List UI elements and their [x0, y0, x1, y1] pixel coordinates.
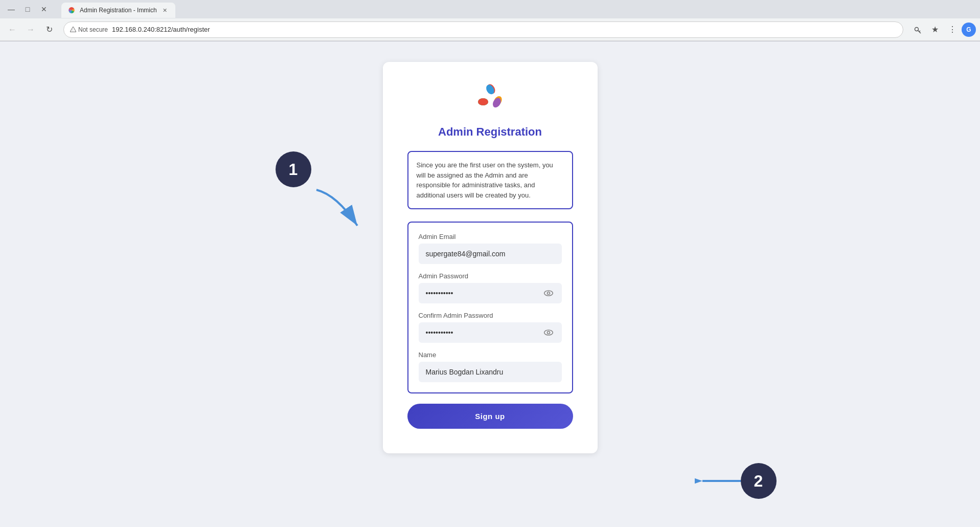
- reload-button[interactable]: ↻: [41, 21, 57, 38]
- confirm-password-label: Confirm Admin Password: [419, 312, 562, 319]
- address-bar[interactable]: ! Not secure 192.168.0.240:8212/auth/reg…: [63, 21, 903, 38]
- logo-container: [475, 82, 506, 115]
- toggle-password-visibility[interactable]: [541, 286, 556, 300]
- svg-line-4: [919, 31, 920, 32]
- tab-favicon: [67, 6, 76, 14]
- toggle-confirm-password-visibility[interactable]: [541, 325, 556, 340]
- close-button[interactable]: ✕: [37, 2, 51, 16]
- active-tab[interactable]: Admin Registration - Immich ✕: [61, 3, 175, 18]
- svg-point-15: [547, 332, 550, 334]
- restore-button[interactable]: □: [20, 2, 35, 16]
- name-field-group: Name: [419, 351, 562, 382]
- window-controls: — □ ✕: [4, 2, 51, 16]
- eye-icon: [543, 288, 554, 298]
- svg-point-12: [544, 291, 553, 296]
- svg-text:!: !: [73, 29, 74, 32]
- page-content: 1: [0, 41, 980, 527]
- svg-point-14: [544, 330, 553, 335]
- info-box-text: Since you are the first user on the syst…: [417, 160, 564, 200]
- name-input-wrap: [419, 362, 562, 382]
- arrow-2: [695, 468, 746, 494]
- svg-point-11: [478, 98, 488, 105]
- more-button[interactable]: ⋮: [944, 21, 961, 38]
- bookmark-button[interactable]: ★: [927, 21, 943, 38]
- email-input[interactable]: [419, 244, 562, 264]
- email-label: Admin Email: [419, 233, 562, 240]
- page-title: Admin Registration: [438, 125, 542, 139]
- name-input[interactable]: [419, 362, 562, 382]
- registration-card: Admin Registration Since you are the fir…: [383, 62, 598, 453]
- url-text: 192.168.0.240:8212/auth/register: [112, 26, 210, 33]
- warning-icon: !: [70, 27, 76, 33]
- email-input-wrap: [419, 244, 562, 264]
- name-label: Name: [419, 351, 562, 359]
- signup-button[interactable]: Sign up: [407, 404, 573, 429]
- svg-point-2: [915, 27, 919, 31]
- confirm-password-input-wrap: [419, 322, 562, 343]
- not-secure-indicator: ! Not secure: [70, 26, 108, 33]
- immich-logo: [475, 82, 506, 113]
- email-field-group: Admin Email: [419, 233, 562, 264]
- key-icon: [914, 26, 922, 34]
- title-bar: — □ ✕ Admin Registration - Immich ✕: [0, 0, 980, 18]
- back-button[interactable]: ←: [4, 21, 20, 38]
- nav-bar: ← → ↻ ! Not secure 192.168.0.240:8212/au…: [0, 18, 980, 41]
- profile-avatar[interactable]: G: [962, 23, 976, 37]
- annotation-circle-1: 1: [276, 151, 311, 187]
- svg-point-13: [547, 292, 550, 295]
- nav-right-controls: ★ ⋮ G: [909, 21, 976, 38]
- forward-button[interactable]: →: [22, 21, 39, 38]
- minimize-button[interactable]: —: [4, 2, 18, 16]
- password-input-wrap: [419, 283, 562, 303]
- tab-label: Admin Registration - Immich: [80, 7, 157, 14]
- browser-chrome: — □ ✕ Admin Registration - Immich ✕: [0, 0, 980, 41]
- form-section: Admin Email Admin Password: [407, 222, 573, 393]
- password-manager-button[interactable]: [909, 21, 926, 38]
- annotation-circle-2: 2: [741, 463, 777, 499]
- password-label: Admin Password: [419, 272, 562, 280]
- confirm-password-field-group: Confirm Admin Password: [419, 312, 562, 343]
- password-field-group: Admin Password: [419, 272, 562, 303]
- info-box: Since you are the first user on the syst…: [407, 151, 573, 209]
- password-input[interactable]: [419, 283, 562, 303]
- tab-close-button[interactable]: ✕: [161, 6, 169, 14]
- arrow-1: [306, 185, 368, 236]
- eye-icon-2: [543, 327, 554, 338]
- confirm-password-input[interactable]: [419, 322, 562, 343]
- tab-bar: Admin Registration - Immich ✕: [57, 1, 179, 18]
